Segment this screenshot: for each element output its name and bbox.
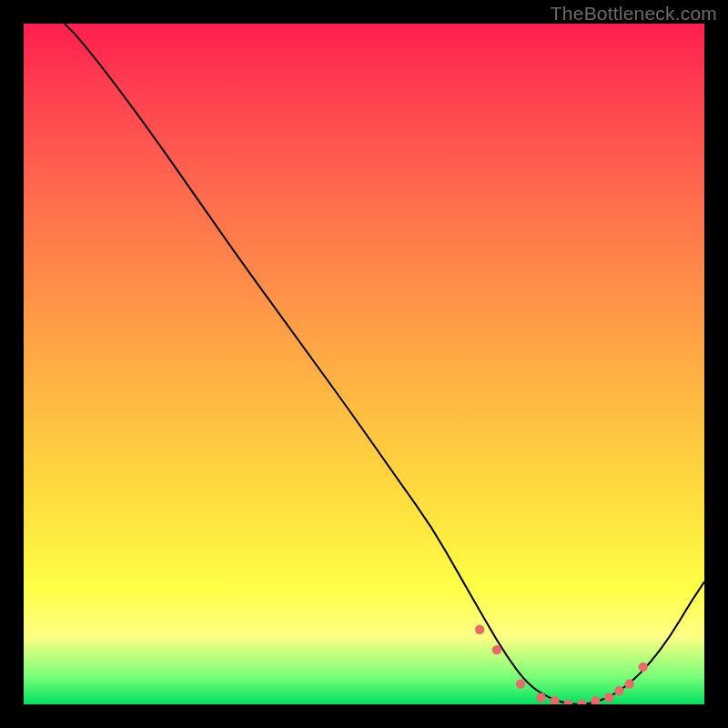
- curve-marker: [492, 645, 501, 654]
- curve-markers: [475, 625, 648, 704]
- curve-marker: [591, 696, 600, 704]
- curve-marker: [475, 625, 484, 634]
- curve-marker: [625, 679, 634, 688]
- bottleneck-curve: [65, 24, 704, 704]
- curve-marker: [516, 679, 525, 688]
- curve-marker: [563, 700, 572, 704]
- curve-marker: [577, 700, 586, 704]
- curve-marker: [536, 693, 545, 702]
- curve-marker: [638, 662, 647, 672]
- chart-svg: [24, 24, 704, 704]
- curve-marker: [604, 693, 613, 702]
- curve-marker: [614, 686, 623, 695]
- chart-frame: { "watermark": "TheBottleneck.com", "col…: [0, 0, 728, 728]
- watermark-text: TheBottleneck.com: [551, 3, 717, 25]
